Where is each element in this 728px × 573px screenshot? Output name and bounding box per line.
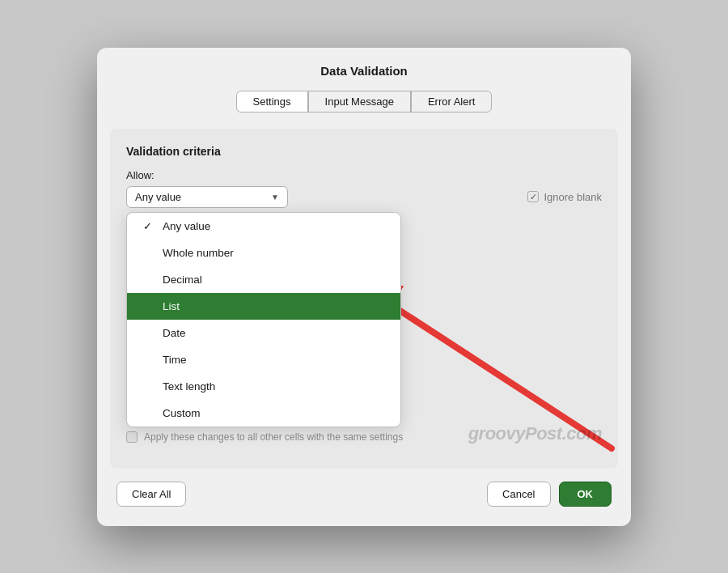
dialog-title: Data Validation xyxy=(97,64,631,78)
ignore-blank-checkbox[interactable]: ✓ xyxy=(527,191,539,202)
allow-dropdown[interactable]: Any value ▼ xyxy=(126,186,288,208)
footer-right-buttons: Cancel OK xyxy=(487,482,612,507)
dropdown-item-label: Whole number xyxy=(163,247,234,259)
clear-all-button[interactable]: Clear All xyxy=(116,482,186,507)
dropdown-item-custom[interactable]: Custom xyxy=(127,400,400,427)
dropdown-item-label: Time xyxy=(163,354,187,366)
allow-dropdown-value: Any value xyxy=(135,191,181,203)
dropdown-item-label: Text length xyxy=(163,380,215,393)
dropdown-item-label: Any value xyxy=(163,220,210,232)
dropdown-item-date[interactable]: Date xyxy=(127,320,400,346)
dropdown-item-decimal[interactable]: Decimal xyxy=(127,266,400,293)
dropdown-item-label: Date xyxy=(163,327,186,339)
ignore-blank-label: Ignore blank xyxy=(544,191,602,203)
content-area: Validation criteria Allow: Any value ▼ ✓… xyxy=(110,129,618,469)
dropdown-item-label: Decimal xyxy=(163,274,202,286)
dropdown-item-text-length[interactable]: Text length xyxy=(127,373,400,400)
watermark: groovyPost.com xyxy=(468,423,602,444)
allow-row: Any value ▼ ✓ Ignore blank ✓ Any value W… xyxy=(126,186,602,208)
dropdown-item-any-value[interactable]: ✓ Any value xyxy=(127,213,400,240)
tab-error-alert[interactable]: Error Alert xyxy=(411,91,493,112)
data-validation-dialog: Data Validation Settings Input Message E… xyxy=(97,48,631,526)
check-icon: ✓ xyxy=(143,220,156,232)
cancel-button[interactable]: Cancel xyxy=(487,482,550,507)
chevron-down-icon: ▼ xyxy=(271,193,279,202)
tab-settings[interactable]: Settings xyxy=(236,91,308,112)
dropdown-menu: ✓ Any value Whole number Decimal List xyxy=(126,212,401,427)
dropdown-item-time[interactable]: Time xyxy=(127,346,400,373)
apply-text: Apply these changes to all other cells w… xyxy=(144,431,403,443)
dropdown-item-label: Custom xyxy=(163,407,201,419)
dropdown-item-whole-number[interactable]: Whole number xyxy=(127,240,400,266)
ignore-blank-container: ✓ Ignore blank xyxy=(527,191,602,203)
tab-bar: Settings Input Message Error Alert xyxy=(97,91,631,112)
dropdown-item-list[interactable]: List xyxy=(127,293,400,320)
ok-button[interactable]: OK xyxy=(559,482,612,507)
section-label: Validation criteria xyxy=(126,145,602,158)
allow-label: Allow: xyxy=(126,169,602,181)
footer: Clear All Cancel OK xyxy=(97,469,631,510)
apply-checkbox[interactable] xyxy=(126,431,138,443)
tab-input-message[interactable]: Input Message xyxy=(308,91,411,112)
dropdown-item-label: List xyxy=(163,300,180,312)
